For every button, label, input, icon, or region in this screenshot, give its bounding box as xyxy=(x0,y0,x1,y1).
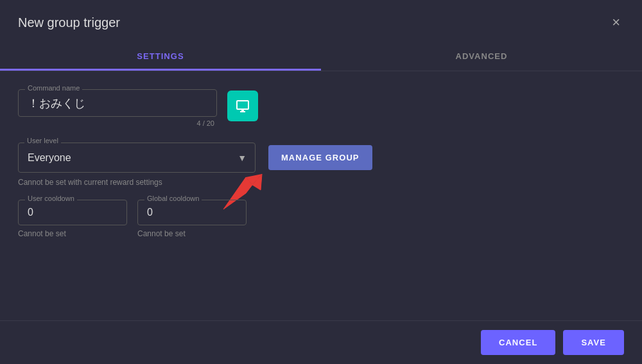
modal-footer: CANCEL SAVE xyxy=(0,320,642,364)
user-cooldown-hint: Cannot be set xyxy=(18,229,127,238)
command-name-row: Command name 4 / 20 xyxy=(18,89,624,127)
user-level-section: User level Everyone Subscriber VIP Moder… xyxy=(18,143,624,187)
cancel-button[interactable]: CANCEL xyxy=(481,330,555,355)
command-icon-button[interactable] xyxy=(227,91,258,121)
command-name-input[interactable] xyxy=(28,96,207,110)
user-cooldown-input[interactable] xyxy=(28,207,117,218)
monitor-icon xyxy=(235,98,250,114)
manage-group-button[interactable]: MANAGE GROUP xyxy=(268,145,372,170)
user-level-wrapper: User level Everyone Subscriber VIP Moder… xyxy=(18,143,256,173)
user-level-label: User level xyxy=(24,137,61,144)
modal-dialog: New group trigger × SETTINGS ADVANCED Co… xyxy=(0,0,642,364)
command-name-group: Command name 4 / 20 xyxy=(18,89,624,127)
modal-title: New group trigger xyxy=(18,15,120,30)
cooldown-row: User cooldown Cannot be set Global coold… xyxy=(18,200,624,238)
user-level-select[interactable]: Everyone Subscriber VIP Moderator Editor… xyxy=(18,143,256,173)
tab-advanced[interactable]: ADVANCED xyxy=(321,42,642,71)
global-cooldown-label: Global cooldown xyxy=(144,195,202,202)
manage-group-container: MANAGE GROUP xyxy=(268,145,372,170)
user-level-row: User level Everyone Subscriber VIP Moder… xyxy=(18,143,624,173)
global-cooldown-hint: Cannot be set xyxy=(137,229,247,238)
save-button[interactable]: SAVE xyxy=(563,330,624,355)
modal-header: New group trigger × xyxy=(0,0,642,42)
global-cooldown-input[interactable] xyxy=(147,207,237,218)
char-count: 4 / 20 xyxy=(18,119,217,127)
modal-body: Command name 4 / 20 User level xyxy=(0,71,642,320)
command-name-label: Command name xyxy=(25,84,82,92)
tab-bar: SETTINGS ADVANCED xyxy=(0,42,642,71)
user-cooldown-field: User cooldown Cannot be set xyxy=(18,200,127,238)
global-cooldown-field: Global cooldown Cannot be set xyxy=(137,200,247,238)
close-button[interactable]: × xyxy=(608,14,624,31)
user-cooldown-label: User cooldown xyxy=(25,195,77,202)
command-name-wrapper: Command name 4 / 20 xyxy=(18,89,217,127)
user-level-hint: Cannot be set with current reward settin… xyxy=(18,178,624,187)
tab-settings[interactable]: SETTINGS xyxy=(0,42,321,71)
